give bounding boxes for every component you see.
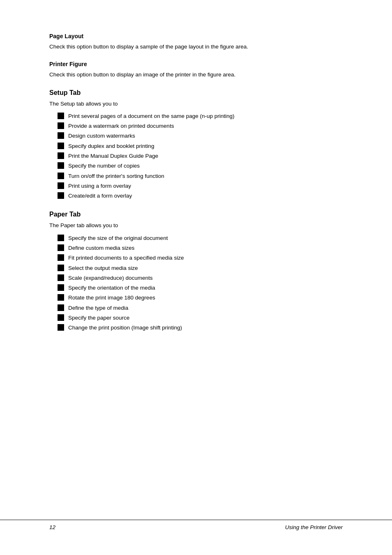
- list-item-text: Define custom media sizes: [68, 243, 134, 253]
- setup-tab-section: Setup Tab The Setup tab allows you to Pr…: [49, 89, 343, 201]
- list-item-text: Change the print position (Image shift p…: [68, 323, 182, 333]
- printer-figure-section: Printer Figure Check this option button …: [49, 61, 343, 79]
- bullet-icon: [58, 152, 64, 159]
- bullet-icon: [58, 324, 64, 331]
- list-item: Provide a watermark on printed documents: [58, 121, 343, 131]
- setup-tab-heading: Setup Tab: [49, 89, 343, 97]
- paper-tab-intro: The Paper tab allows you to: [49, 221, 343, 230]
- list-item: Print using a form overlay: [58, 181, 343, 191]
- bullet-icon: [58, 294, 64, 301]
- list-item-text: Specify the number of copies: [68, 161, 140, 171]
- list-item: Define the type of media: [58, 303, 343, 313]
- list-item-text: Create/edit a form overlay: [68, 191, 132, 201]
- list-item-text: Provide a watermark on printed documents: [68, 121, 174, 131]
- list-item: Fit printed documents to a specified med…: [58, 253, 343, 263]
- page: Page Layout Check this option button to …: [0, 0, 392, 555]
- list-item: Print several pages of a document on the…: [58, 111, 343, 121]
- list-item: Specify the number of copies: [58, 161, 343, 171]
- bullet-icon: [58, 182, 64, 189]
- list-item-text: Turn on/off the printer's sorting functi…: [68, 171, 164, 181]
- bullet-icon: [58, 235, 64, 241]
- list-item: Define custom media sizes: [58, 243, 343, 253]
- footer-page-number: 12: [49, 524, 55, 530]
- paper-tab-list: Specify the size of the original documen…: [58, 233, 343, 333]
- setup-tab-intro: The Setup tab allows you to: [49, 100, 343, 108]
- bullet-icon: [58, 304, 64, 311]
- list-item: Rotate the print image 180 degrees: [58, 293, 343, 303]
- bullet-icon: [58, 254, 64, 261]
- list-item: Select the output media size: [58, 263, 343, 273]
- bullet-icon: [58, 162, 64, 169]
- list-item: Create/edit a form overlay: [58, 191, 343, 201]
- list-item: Change the print position (Image shift p…: [58, 323, 343, 333]
- paper-tab-section: Paper Tab The Paper tab allows you to Sp…: [49, 211, 343, 333]
- list-item-text: Print the Manual Duplex Guide Page: [68, 151, 158, 161]
- page-layout-heading: Page Layout: [49, 33, 343, 39]
- list-item: Turn on/off the printer's sorting functi…: [58, 171, 343, 181]
- footer-title: Using the Printer Driver: [285, 524, 343, 530]
- bullet-icon: [58, 314, 64, 321]
- printer-figure-heading: Printer Figure: [49, 61, 343, 67]
- list-item-text: Scale (expand/reduce) documents: [68, 273, 153, 283]
- bullet-icon: [58, 192, 64, 199]
- list-item-text: Define the type of media: [68, 303, 128, 313]
- list-item: Scale (expand/reduce) documents: [58, 273, 343, 283]
- bullet-icon: [58, 143, 64, 149]
- list-item-text: Specify the orientation of the media: [68, 283, 155, 293]
- setup-tab-list: Print several pages of a document on the…: [58, 111, 343, 201]
- list-item: Design custom watermarks: [58, 131, 343, 141]
- list-item-text: Specify the size of the original documen…: [68, 233, 168, 243]
- bullet-icon: [58, 284, 64, 291]
- list-item: Specify the orientation of the media: [58, 283, 343, 293]
- list-item-text: Design custom watermarks: [68, 131, 135, 141]
- list-item: Print the Manual Duplex Guide Page: [58, 151, 343, 161]
- list-item-text: Print several pages of a document on the…: [68, 111, 235, 121]
- list-item-text: Specify duplex and booklet printing: [68, 141, 154, 151]
- list-item-text: Fit printed documents to a specified med…: [68, 253, 184, 263]
- list-item: Specify the size of the original documen…: [58, 233, 343, 243]
- bullet-icon: [58, 122, 64, 129]
- bullet-icon: [58, 244, 64, 251]
- list-item-text: Rotate the print image 180 degrees: [68, 293, 155, 303]
- page-layout-description: Check this option button to display a sa…: [49, 43, 343, 51]
- bullet-icon: [58, 265, 64, 271]
- list-item-text: Specify the paper source: [68, 313, 129, 323]
- list-item: Specify duplex and booklet printing: [58, 141, 343, 151]
- footer: 12 Using the Printer Driver: [0, 520, 392, 530]
- bullet-icon: [58, 132, 64, 139]
- list-item: Specify the paper source: [58, 313, 343, 323]
- bullet-icon: [58, 113, 64, 119]
- page-layout-section: Page Layout Check this option button to …: [49, 33, 343, 51]
- bullet-icon: [58, 173, 64, 179]
- list-item-text: Select the output media size: [68, 263, 138, 273]
- list-item-text: Print using a form overlay: [68, 181, 131, 191]
- bullet-icon: [58, 274, 64, 281]
- printer-figure-description: Check this option button to display an i…: [49, 71, 343, 79]
- paper-tab-heading: Paper Tab: [49, 211, 343, 218]
